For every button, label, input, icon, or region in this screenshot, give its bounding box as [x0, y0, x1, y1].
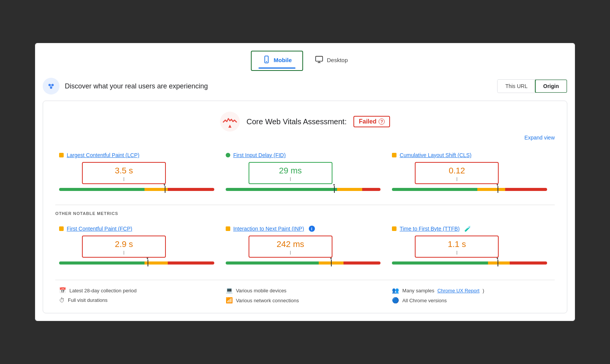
failed-badge: Failed ?	[353, 116, 390, 127]
devices-icon: 💻	[226, 287, 233, 294]
section-divider	[55, 205, 555, 205]
metric-col-fid: First Input Delay (FID)29 ms|	[222, 148, 388, 197]
other-metrics-grid: First Contentful Paint (FCP)2.9 s|Intera…	[55, 222, 555, 271]
bar-track-fid	[226, 188, 381, 191]
metric-value-cls: 0.12	[416, 166, 498, 176]
bar-track-lcp	[59, 188, 214, 191]
tab-bar: Mobile Desktop	[43, 51, 567, 71]
bar-green-fcp	[59, 261, 144, 265]
metric-col-cls: Cumulative Layout Shift (CLS)0.12|	[388, 148, 555, 197]
tab-mobile[interactable]: Mobile	[251, 51, 303, 71]
metric-label-link-inp[interactable]: Interaction to Next Paint (INP)	[233, 226, 304, 232]
core-metrics-grid: Largest Contentful Paint (LCP)3.5 s|Firs…	[55, 148, 555, 197]
footer-item-samples: 👥 Many samples Chrome UX Report )	[392, 287, 551, 294]
bar-pin-ttfb	[498, 260, 498, 266]
bar-pin-fcp	[148, 260, 148, 266]
bar-red-fcp	[168, 261, 214, 265]
vitals-icon	[220, 112, 240, 131]
footer-col-2: 💻 Various mobile devices 📶 Various netwo…	[222, 287, 388, 304]
bar-green-inp	[226, 261, 319, 265]
bar-green-lcp	[59, 188, 144, 191]
tab-mobile-label: Mobile	[274, 57, 292, 63]
people-icon: 👥	[392, 287, 399, 294]
metric-pin-label-fid: |	[249, 176, 332, 181]
metric-pin-label-ttfb: |	[416, 250, 498, 255]
failed-label: Failed	[359, 118, 376, 125]
bar-track-cls	[392, 188, 547, 191]
origin-button[interactable]: Origin	[535, 79, 567, 93]
metric-label-link-lcp[interactable]: Largest Contentful Paint (LCP)	[67, 152, 140, 158]
other-metrics-label: OTHER NOTABLE METRICS	[55, 211, 555, 216]
metric-label-link-ttfb[interactable]: Time to First Byte (TTFB)	[400, 226, 459, 232]
info-icon-inp[interactable]: i	[309, 226, 315, 232]
metric-label-link-cls[interactable]: Cumulative Layout Shift (CLS)	[400, 152, 471, 158]
metric-label-row-inp: Interaction to Next Paint (INP)i	[226, 226, 381, 232]
metric-value-lcp: 3.5 s	[83, 166, 165, 176]
footer-item-visit: ⏱ Full visit durations	[59, 297, 218, 303]
this-url-button[interactable]: This URL	[498, 80, 535, 92]
svg-rect-2	[316, 56, 323, 61]
metric-value-ttfb: 1.1 s	[416, 239, 498, 249]
footer-col-3: 👥 Many samples Chrome UX Report ) 🔵 All …	[388, 287, 555, 304]
tab-desktop-label: Desktop	[327, 57, 348, 63]
metric-label-link-fcp[interactable]: First Contentful Paint (FCP)	[67, 226, 132, 232]
footer-row: 📅 Latest 28-day collection period ⏱ Full…	[55, 280, 555, 304]
bar-green-ttfb	[392, 261, 488, 265]
metric-dot-lcp	[59, 153, 64, 157]
main-card: Core Web Vitals Assessment: Failed ? Exp…	[43, 101, 567, 313]
metric-value-fcp: 2.9 s	[83, 239, 165, 249]
metric-dot-ttfb	[392, 226, 396, 231]
bar-orange-cls	[477, 188, 505, 191]
expand-view-button[interactable]: Expand view	[55, 135, 555, 141]
bar-orange-fid	[337, 188, 362, 191]
bar-pin-inp	[331, 260, 332, 266]
metric-label-row-cls: Cumulative Layout Shift (CLS)	[392, 152, 547, 158]
crux-link[interactable]: Chrome UX Report	[437, 288, 480, 293]
bar-track-fcp	[59, 261, 214, 265]
footer-item-devices: 💻 Various mobile devices	[226, 287, 385, 294]
metric-label-row-ttfb: Time to First Byte (TTFB)🧪	[392, 226, 547, 232]
metric-pin-label-fcp: |	[83, 250, 165, 255]
metric-label-row-lcp: Largest Contentful Paint (LCP)	[59, 152, 214, 158]
url-toggle: This URL Origin	[497, 79, 567, 93]
bar-green-fid	[226, 188, 337, 191]
footer-item-collection: 📅 Latest 28-day collection period	[59, 287, 218, 294]
metric-value-box-fcp: 2.9 s|	[82, 236, 166, 258]
metric-value-inp: 242 ms	[249, 239, 332, 249]
footer-item-network: 📶 Various network connections	[226, 297, 385, 304]
metric-label-row-fid: First Input Delay (FID)	[226, 152, 381, 158]
metric-dot-fid	[226, 153, 230, 157]
metric-pin-label-lcp: |	[83, 176, 165, 181]
metric-dot-cls	[392, 153, 396, 157]
bar-red-inp	[344, 261, 381, 265]
metric-value-box-ttfb: 1.1 s|	[415, 236, 499, 258]
metric-pin-label-inp: |	[249, 250, 332, 255]
header-left: Discover what your real users are experi…	[43, 78, 208, 95]
metric-col-lcp: Largest Contentful Paint (LCP)3.5 s|	[55, 148, 222, 197]
bar-pin-cls	[498, 186, 498, 193]
bar-red-lcp	[168, 188, 214, 191]
metric-col-inp: Interaction to Next Paint (INP)i242 ms|	[222, 222, 388, 271]
metric-col-ttfb: Time to First Byte (TTFB)🧪1.1 s|	[388, 222, 555, 271]
tab-desktop[interactable]: Desktop	[303, 51, 359, 71]
desktop-icon	[315, 55, 324, 65]
main-container: Mobile Desktop	[34, 42, 576, 322]
chrome-icon: 🔵	[392, 297, 399, 304]
bar-red-fid	[362, 188, 381, 191]
bar-green-cls	[392, 188, 477, 191]
vitals-header: Core Web Vitals Assessment: Failed ?	[55, 112, 555, 131]
wifi-icon: 📶	[226, 297, 233, 304]
footer-col-1: 📅 Latest 28-day collection period ⏱ Full…	[55, 287, 222, 304]
question-icon[interactable]: ?	[379, 119, 385, 125]
metric-dot-inp	[226, 226, 230, 231]
bar-pin-lcp	[165, 186, 165, 193]
bar-track-inp	[226, 261, 381, 265]
metric-value-box-fid: 29 ms|	[249, 162, 332, 184]
calendar-icon: 📅	[59, 287, 66, 294]
bar-orange-ttfb	[488, 261, 510, 265]
metric-col-fcp: First Contentful Paint (FCP)2.9 s|	[55, 222, 222, 271]
metric-value-box-cls: 0.12|	[415, 162, 499, 184]
bar-track-ttfb	[392, 261, 547, 265]
metric-label-link-fid[interactable]: First Input Delay (FID)	[233, 152, 286, 158]
metric-value-box-inp: 242 ms|	[249, 236, 332, 258]
